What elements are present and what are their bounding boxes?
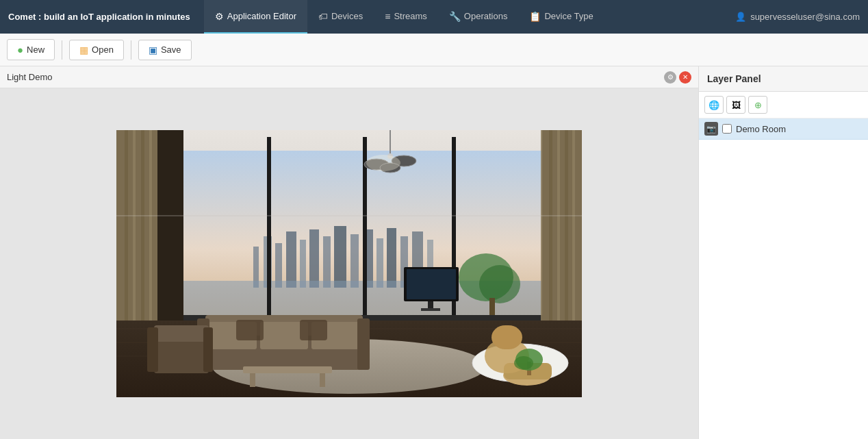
svg-rect-54 — [236, 320, 264, 340]
svg-rect-9 — [334, 226, 346, 288]
svg-rect-68 — [492, 325, 522, 349]
open-button[interactable]: ▦ Open — [69, 40, 124, 60]
canvas-title: Light Demo — [7, 72, 52, 82]
canvas-settings-button[interactable]: ⚙ — [664, 71, 676, 84]
brand-name: Comet — [8, 12, 36, 22]
operations-icon: 🔧 — [449, 11, 461, 22]
save-button[interactable]: ▣ Save — [138, 40, 192, 60]
add-widget-icon: ⊕ — [754, 100, 762, 110]
device-type-icon: 📋 — [529, 11, 541, 22]
svg-rect-12 — [376, 238, 383, 288]
nav-item-app-editor[interactable]: ⚙ Application Editor — [204, 0, 307, 34]
svg-rect-53 — [357, 318, 370, 370]
svg-point-77 — [479, 265, 520, 303]
svg-rect-58 — [147, 327, 158, 372]
new-icon: ● — [17, 44, 23, 55]
streams-icon: ≡ — [385, 11, 390, 22]
svg-rect-60 — [243, 366, 332, 373]
add-widget-button[interactable]: ⊕ — [748, 96, 767, 114]
right-panel: Layer Panel 🌐 🖼 ⊕ 📷 Demo Room — [698, 66, 868, 439]
main-layout: Light Demo ⚙ ✕ — [0, 66, 868, 439]
canvas-close-button[interactable]: ✕ — [679, 71, 691, 84]
new-label: New — [27, 45, 44, 55]
camera-icon: 📷 — [704, 122, 718, 136]
room-image — [116, 130, 582, 397]
svg-point-71 — [514, 356, 533, 370]
layer-name: Demo Room — [736, 124, 786, 134]
svg-rect-7 — [309, 229, 319, 288]
svg-rect-59 — [203, 327, 213, 372]
username: supervesseluser@sina.com — [750, 12, 860, 22]
user-menu[interactable]: 👤 supervesseluser@sina.com — [735, 12, 860, 22]
svg-rect-78 — [489, 298, 495, 315]
nav-label-app-editor: Application Editor — [227, 11, 296, 21]
new-button[interactable]: ● New — [7, 39, 55, 60]
nav-label-streams: Streams — [394, 11, 426, 21]
nav-label-operations: Operations — [464, 11, 508, 21]
toolbar-separator-2 — [131, 40, 131, 60]
svg-rect-56 — [154, 339, 209, 373]
svg-rect-6 — [300, 240, 306, 288]
layer-panel-header: Layer Panel — [699, 66, 868, 92]
open-icon: ▦ — [79, 45, 88, 55]
svg-rect-8 — [323, 236, 331, 288]
open-label: Open — [92, 45, 114, 55]
add-layer-icon: 🌐 — [709, 100, 719, 110]
svg-rect-61 — [250, 373, 255, 387]
nav-label-device-type: Device Type — [544, 11, 593, 21]
svg-point-46 — [366, 155, 400, 171]
devices-icon: 🏷 — [318, 11, 328, 22]
save-icon: ▣ — [149, 45, 157, 55]
svg-rect-5 — [286, 231, 296, 288]
navbar: Comet : build an IoT application in minu… — [0, 0, 868, 34]
app-editor-icon: ⚙ — [215, 11, 224, 22]
user-icon: 👤 — [735, 12, 746, 22]
toolbar-separator-1 — [62, 40, 62, 60]
canvas-area: Light Demo ⚙ ✕ — [0, 66, 698, 439]
nav-item-device-type[interactable]: 📋 Device Type — [518, 0, 604, 34]
svg-rect-10 — [350, 234, 359, 288]
nav-label-devices: Devices — [331, 11, 363, 21]
add-image-icon: 🖼 — [732, 100, 741, 110]
add-layer-button[interactable]: 🌐 — [704, 96, 724, 114]
toolbar: ● New ▦ Open ▣ Save — [0, 34, 868, 66]
canvas-actions: ⚙ ✕ — [664, 71, 691, 84]
room-svg — [116, 130, 582, 397]
svg-rect-73 — [407, 269, 456, 299]
layer-visibility-checkbox[interactable] — [722, 124, 732, 134]
nav-items: ⚙ Application Editor 🏷 Devices ≡ Streams… — [204, 0, 735, 34]
layer-item-demo-room[interactable]: 📷 Demo Room — [699, 118, 868, 140]
add-image-button[interactable]: 🖼 — [726, 96, 745, 114]
brand: Comet : build an IoT application in minu… — [8, 12, 190, 22]
layer-panel-title: Layer Panel — [707, 73, 761, 84]
canvas-title-bar: Light Demo ⚙ ✕ — [0, 66, 698, 88]
nav-item-operations[interactable]: 🔧 Operations — [438, 0, 519, 34]
save-label: Save — [161, 45, 181, 55]
nav-item-streams[interactable]: ≡ Streams — [374, 0, 438, 34]
panel-toolbar: 🌐 🖼 ⊕ — [699, 92, 868, 118]
svg-rect-62 — [320, 373, 325, 387]
canvas-content — [0, 88, 698, 439]
svg-rect-75 — [421, 308, 440, 311]
svg-rect-19 — [267, 137, 271, 322]
nav-item-devices[interactable]: 🏷 Devices — [307, 0, 374, 34]
svg-rect-57 — [154, 325, 209, 342]
svg-rect-55 — [300, 320, 327, 340]
brand-tagline: : build an IoT application in minutes — [38, 12, 190, 22]
svg-rect-13 — [387, 228, 396, 288]
